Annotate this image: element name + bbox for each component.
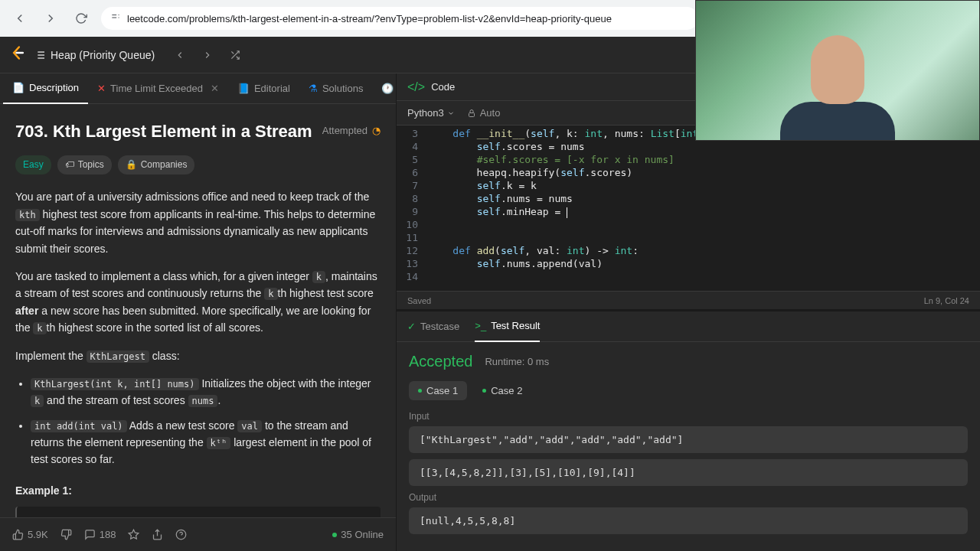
site-info-icon <box>110 12 121 25</box>
like-button[interactable]: 5.9K <box>12 529 48 540</box>
left-panel: 📄 Description ✕ Time Limit Exceeded ✕ 📘 … <box>0 73 397 551</box>
problem-bottom-bar: 5.9K 188 35 Online <box>0 517 396 551</box>
line-number: 13 <box>397 257 429 270</box>
line-number: 8 <box>397 192 429 205</box>
companies-badge[interactable]: 🔒Companies <box>118 155 195 174</box>
close-tab-icon[interactable]: ✕ <box>211 83 219 94</box>
editor-line[interactable]: 8 self.nums = nums <box>397 192 980 205</box>
feedback-button[interactable] <box>175 529 187 540</box>
example-block: Input: ["KthLargest", "add", "add", "add… <box>15 507 381 517</box>
problem-list-link[interactable]: Heap (Priority Queue) <box>34 49 155 61</box>
saved-status: Saved <box>407 296 431 305</box>
line-number: 12 <box>397 244 429 257</box>
leetcode-logo[interactable] <box>11 44 26 65</box>
results-panel: ✓ Testcase >_ Test Result Accepted Runti… <box>397 309 980 551</box>
right-panel: </> Code Python3 Auto 3 def __init__(sel… <box>397 73 980 551</box>
editor-line[interactable]: 14 <box>397 270 980 283</box>
line-code[interactable]: self.nums.append(val) <box>429 257 980 270</box>
line-code[interactable]: self.minHeap = <box>429 205 980 218</box>
line-code[interactable] <box>429 218 980 231</box>
editor-line[interactable]: 7 self.k = k <box>397 179 980 192</box>
shuffle-problem[interactable] <box>224 44 247 67</box>
input-label: Input <box>409 411 968 422</box>
editor-line[interactable]: 10 <box>397 218 980 231</box>
example-label: Example 1: <box>15 482 381 499</box>
problem-title: 703. Kth Largest Element in a Stream <box>15 118 312 145</box>
line-number: 4 <box>397 140 429 153</box>
editor-line[interactable]: 9 self.minHeap = <box>397 205 980 218</box>
star-button[interactable] <box>128 529 139 540</box>
flask-icon: ⚗ <box>309 83 318 94</box>
tab-description[interactable]: 📄 Description <box>3 73 88 104</box>
prev-problem[interactable] <box>168 44 191 67</box>
url-text: leetcode.com/problems/kth-largest-elemen… <box>127 13 612 24</box>
result-tabs: ✓ Testcase >_ Test Result <box>397 311 980 342</box>
line-code[interactable]: #self.scores = [-x for x in nums] <box>429 153 980 166</box>
list-item-add: int add(int val) Adds a new test score v… <box>31 417 381 468</box>
tab-testcase[interactable]: ✓ Testcase <box>407 311 459 342</box>
auto-button[interactable]: Auto <box>467 107 501 119</box>
language-selector[interactable]: Python3 <box>407 107 455 119</box>
editor-line[interactable]: 4 self.scores = nums <box>397 140 980 153</box>
difficulty-badge: Easy <box>15 155 51 174</box>
tab-tle[interactable]: ✕ Time Limit Exceeded ✕ <box>88 73 228 104</box>
line-number: 11 <box>397 231 429 244</box>
line-number: 9 <box>397 205 429 218</box>
next-problem[interactable] <box>196 44 219 67</box>
editor-line[interactable]: 12 def add(self, val: int) -> int: <box>397 244 980 257</box>
line-number: 7 <box>397 179 429 192</box>
case-1-tab[interactable]: Case 1 <box>409 381 467 400</box>
svg-marker-16 <box>129 530 139 539</box>
comments-button[interactable]: 188 <box>84 529 116 540</box>
tab-solutions[interactable]: ⚗ Solutions <box>299 73 372 104</box>
share-icon <box>152 529 163 540</box>
line-code[interactable] <box>429 270 980 283</box>
attempted-icon: ◔ <box>372 123 381 139</box>
tab-test-result[interactable]: >_ Test Result <box>475 311 540 342</box>
input-block-2[interactable]: [[3,[4,5,8,2]],[3],[5],[10],[9],[4]] <box>409 459 968 486</box>
line-code[interactable]: self.scores = nums <box>429 140 980 153</box>
output-label: Output <box>409 492 968 503</box>
url-bar[interactable]: leetcode.com/problems/kth-largest-elemen… <box>101 7 698 30</box>
runtime: Runtime: 0 ms <box>485 356 549 367</box>
check-icon: ✓ <box>407 321 416 332</box>
tab-editorial[interactable]: 📘 Editorial <box>228 73 299 104</box>
dislike-button[interactable] <box>60 529 72 540</box>
case-2-tab[interactable]: Case 2 <box>473 381 531 400</box>
paragraph-3: Implement the KthLargest class: <box>15 347 381 364</box>
line-code[interactable]: def add(self, val: int) -> int: <box>429 244 980 257</box>
editor-status-bar: Saved Ln 9, Col 24 <box>397 291 980 309</box>
editor-line[interactable]: 6 heapq.heapify(self.scores) <box>397 166 980 179</box>
line-code[interactable]: heapq.heapify(self.scores) <box>429 166 980 179</box>
browser-forward[interactable] <box>40 8 61 29</box>
star-icon <box>128 529 139 540</box>
output-block[interactable]: [null,4,5,5,8,8] <box>409 507 968 534</box>
book-icon: 📘 <box>237 83 250 94</box>
line-number: 3 <box>397 127 429 140</box>
online-dot-icon <box>332 533 337 537</box>
browser-back[interactable] <box>9 8 31 29</box>
topics-badge[interactable]: 🏷Topics <box>57 155 112 174</box>
editor-line[interactable]: 13 self.nums.append(val) <box>397 257 980 270</box>
lock-icon: 🔒 <box>126 158 137 172</box>
input-block-1[interactable]: ["KthLargest","add","add","add","add","a… <box>409 426 968 453</box>
line-number: 5 <box>397 153 429 166</box>
line-number: 14 <box>397 270 429 283</box>
code-icon: </> <box>407 80 425 94</box>
problem-tabs: 📄 Description ✕ Time Limit Exceeded ✕ 📘 … <box>0 73 396 104</box>
browser-reload[interactable] <box>70 8 92 29</box>
lock-icon <box>467 109 476 118</box>
code-label: Code <box>431 81 455 93</box>
line-code[interactable]: self.k = k <box>429 179 980 192</box>
cursor-position: Ln 9, Col 24 <box>924 296 969 305</box>
chevron-down-icon <box>447 109 455 117</box>
share-button[interactable] <box>152 529 163 540</box>
verdict: Accepted <box>409 353 472 370</box>
code-editor[interactable]: 3 def __init__(self, k: int, nums: List[… <box>397 126 980 291</box>
editor-line[interactable]: 11 <box>397 231 980 244</box>
editor-line[interactable]: 5 #self.scores = [-x for x in nums] <box>397 153 980 166</box>
line-code[interactable] <box>429 231 980 244</box>
line-code[interactable]: self.nums = nums <box>429 192 980 205</box>
line-number: 6 <box>397 166 429 179</box>
online-count: 35 Online <box>332 529 384 540</box>
